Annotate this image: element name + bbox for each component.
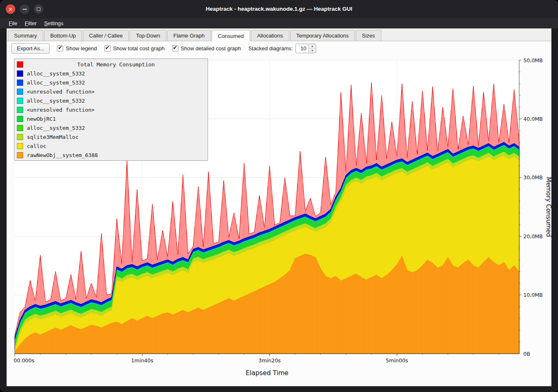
legend-swatch (17, 125, 23, 131)
window-controls: ✕ (6, 5, 43, 14)
menu-bar: File Filter Settings (0, 18, 558, 28)
legend-swatch (17, 70, 23, 77)
show-detailed-cost-graph-checkbox[interactable]: ✔Show detailed cost graph (172, 45, 241, 52)
legend-item-label: calloc (27, 143, 46, 149)
window-content: SummaryBottom-UpCaller / CalleeTop-DownF… (7, 28, 551, 386)
tab-caller-callee[interactable]: Caller / Callee (83, 30, 129, 41)
heaptrack-window: ✕ Heaptrack - heaptrack.wakunode.1.gz — … (0, 0, 558, 392)
legend-item-label: rawNewObj__system_6388 (27, 152, 98, 158)
tab-consumed[interactable]: Consumed (212, 30, 250, 41)
tab-summary[interactable]: Summary (8, 30, 43, 41)
x-tick-label: 00.000s (14, 357, 34, 364)
x-tick-label: 3min20s (258, 357, 281, 364)
legend-item-label: alloc__system_5332 (27, 70, 85, 77)
checkbox-box: ✔ (57, 45, 63, 52)
legend-item: sqlite3MemMalloc (14, 132, 208, 141)
stacked-diagrams-label: Stacked diagrams: (248, 45, 293, 52)
legend-swatch (17, 143, 23, 149)
legend-swatch-total (17, 61, 23, 68)
tab-bar: SummaryBottom-UpCaller / CalleeTop-DownF… (7, 28, 551, 41)
tab-sizes[interactable]: Sizes (356, 30, 381, 41)
stacked-diagrams-group: Stacked diagrams: 10 ▲ ▼ (248, 44, 317, 53)
y-tick-label: 10,0MB (523, 292, 543, 298)
close-icon: ✕ (8, 7, 12, 12)
legend-swatch (17, 80, 23, 86)
legend-item: calloc (14, 141, 208, 150)
legend-swatch (17, 116, 23, 122)
legend-swatch (17, 134, 23, 140)
legend-swatch (17, 107, 23, 113)
legend-swatch (17, 98, 23, 104)
legend-item: alloc__system_5332 (14, 123, 208, 132)
legend-item: <unresolved function> (14, 87, 208, 96)
tab-flame-graph[interactable]: Flame Graph (167, 30, 211, 41)
legend-item-label: alloc__system_5332 (27, 98, 85, 104)
legend-item-label: alloc__system_5332 (27, 80, 85, 86)
tab-allocations[interactable]: Allocations (251, 30, 289, 41)
tab-bottom-up[interactable]: Bottom-Up (44, 30, 82, 41)
show-legend-checkbox[interactable]: ✔Show legend (57, 45, 97, 52)
legend-item: alloc__system_5332 (14, 96, 208, 105)
stacked-diagrams-spinbox[interactable]: 10 ▲ ▼ (296, 44, 316, 53)
x-axis-title: Elapsed Time (246, 369, 288, 377)
legend-swatch (17, 89, 23, 95)
tab-top-down[interactable]: Top-Down (130, 30, 166, 41)
legend-title-row: Total Memory Consumption (14, 60, 208, 69)
toolbar: Export As... ✔Show legend✔Show total cos… (7, 41, 551, 55)
checkbox-group: ✔Show legend✔Show total cost graph✔Show … (57, 45, 241, 52)
legend-item-label: newObjRC1 (27, 116, 56, 122)
checkbox-label: Show total cost graph (113, 45, 165, 52)
minimize-button[interactable] (20, 5, 29, 14)
legend-item-label: <unresolved function> (27, 89, 95, 95)
legend-swatch (17, 152, 23, 158)
legend-item: rawNewObj__system_6388 (14, 150, 208, 160)
legend-item-label: <unresolved function> (27, 107, 95, 113)
tab-temporary-allocations[interactable]: Temporary Allocations (290, 30, 355, 41)
checkbox-label: Show detailed cost graph (181, 45, 241, 52)
check-icon: ✔ (105, 45, 110, 51)
check-icon: ✔ (173, 45, 177, 51)
show-total-cost-graph-checkbox[interactable]: ✔Show total cost graph (104, 45, 165, 52)
title-bar[interactable]: ✕ Heaptrack - heaptrack.wakunode.1.gz — … (0, 0, 558, 18)
legend-item: <unresolved function> (14, 105, 208, 114)
y-axis-title: Memory Consumed (545, 177, 551, 237)
y-tick-label: 20,0MB (523, 233, 543, 239)
minimize-icon (23, 9, 27, 9)
y-tick-label: 50,0MB (523, 57, 543, 63)
menu-filter[interactable]: Filter (21, 19, 40, 28)
legend-item-label: sqlite3MemMalloc (27, 134, 78, 140)
spinbox-arrows: ▲ ▼ (308, 44, 316, 53)
maximize-icon (37, 7, 40, 11)
chart-area: Total Memory Consumptionalloc__system_53… (7, 55, 551, 386)
checkbox-box: ✔ (172, 45, 178, 52)
legend-item: alloc__system_5332 (14, 69, 208, 78)
spinbox-value: 10 (296, 44, 308, 53)
window-title: Heaptrack - heaptrack.wakunode.1.gz — He… (0, 0, 558, 18)
spin-up-button[interactable]: ▲ (309, 44, 316, 49)
y-tick-label: 0B (523, 351, 530, 357)
x-tick-label: 5min00s (386, 357, 408, 364)
check-icon: ✔ (58, 45, 62, 51)
menu-settings[interactable]: Settings (40, 19, 67, 28)
close-button[interactable]: ✕ (6, 5, 15, 14)
maximize-button[interactable] (34, 5, 43, 14)
x-tick-label: 1min40s (131, 357, 154, 364)
spin-down-button[interactable]: ▼ (309, 49, 316, 53)
legend-item-label: alloc__system_5332 (27, 125, 85, 131)
chart-legend: Total Memory Consumptionalloc__system_53… (14, 59, 208, 161)
checkbox-label: Show legend (66, 45, 97, 52)
export-as-button[interactable]: Export As... (12, 43, 50, 54)
menu-file[interactable]: File (5, 19, 21, 28)
y-tick-label: 30,0MB (523, 174, 543, 181)
y-tick-label: 40,0MB (523, 116, 543, 122)
legend-title: Total Memory Consumption (27, 61, 205, 68)
legend-item: alloc__system_5332 (14, 78, 208, 87)
legend-item: newObjRC1 (14, 114, 208, 123)
checkbox-box: ✔ (104, 45, 111, 52)
